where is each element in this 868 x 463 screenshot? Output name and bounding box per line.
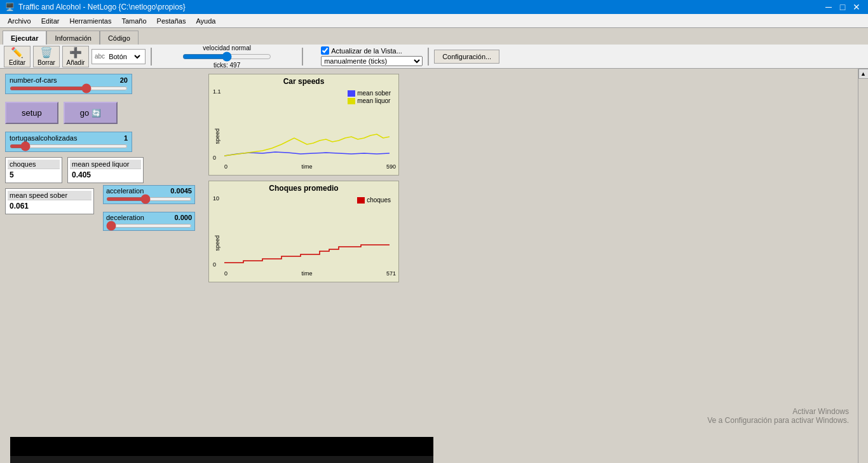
update-view-label: Actualizar de la Vista... — [331, 47, 402, 55]
choques-y-label: speed — [214, 235, 220, 251]
menu-ayuda[interactable]: Ayuda — [191, 14, 220, 27]
widget-selector[interactable]: abc Botón Slider Monitor Gráfico — [92, 49, 146, 64]
speeds-y-max: 1.1 — [213, 88, 221, 95]
monitors-row-1: choques 5 mean speed liquor 0.405 — [5, 157, 198, 183]
mean-speed-sober-monitor: mean speed sober 0.061 — [5, 188, 94, 214]
setup-button[interactable]: setup — [5, 102, 58, 124]
add-button[interactable]: ➕ Añadir — [62, 46, 89, 67]
maximize-button[interactable]: □ — [836, 1, 849, 13]
delete-label: Borrar — [37, 59, 55, 66]
ticks-display: ticks: 497 — [214, 62, 240, 69]
add-label: Añadir — [67, 59, 85, 66]
choques-x-min: 0 — [224, 270, 227, 277]
content-area: number-of-cars 20 setup go 🔄 t — [0, 69, 858, 463]
choques-y-min: 0 — [213, 261, 216, 268]
update-view-checkbox-row[interactable]: Actualizar de la Vista... — [321, 46, 423, 55]
view-options: Actualizar de la Vista... manualmente (t… — [321, 46, 423, 66]
choques-x-max: 571 — [386, 270, 396, 277]
choques-label: choques — [8, 160, 60, 169]
toolbar: ✏️ Editar 🗑️ Borrar ➕ Añadir abc Botón S… — [0, 45, 868, 69]
tab-ejecutar[interactable]: Ejecutar — [3, 31, 46, 45]
svg-rect-1 — [224, 194, 390, 264]
titlebar: 🖥️ Traffic and Alcohol - NetLogo {C:\net… — [0, 0, 868, 14]
edit-label: Editar — [9, 59, 25, 66]
main-body: number-of-cars 20 setup go 🔄 t — [0, 69, 868, 463]
acceleration-widget: acceleration 0.0045 — [103, 185, 195, 204]
edit-button[interactable]: ✏️ Editar — [4, 46, 31, 67]
menu-editar[interactable]: Editar — [36, 14, 65, 27]
world-container: 🚗 🚗 🚗 🚗 🚗 🚗 🚗 🚗 🚗 🚗 🚗 🚗 🚗 🚗 — [5, 437, 853, 463]
widget-type-select[interactable]: Botón Slider Monitor Gráfico — [106, 52, 142, 61]
app-icon: 🖥️ — [5, 3, 15, 11]
speeds-x-min: 0 — [224, 163, 227, 170]
car-speeds-body: 1.1 0 speed — [212, 87, 396, 170]
scrollbar-right: ▲ ▼ — [858, 69, 868, 463]
update-mode-select[interactable]: manualmente (ticks) continuamente nunca — [321, 56, 423, 66]
speeds-x-axis: 0 time 590 — [224, 163, 396, 170]
car-speeds-title: Car speeds — [212, 77, 396, 86]
acceleration-slider[interactable] — [106, 197, 192, 201]
tabbar: Ejecutar Información Código — [0, 28, 868, 45]
menubar: Archivo Editar Herramientas Tamaño Pesta… — [0, 14, 868, 28]
speeds-y-min: 0 — [213, 155, 216, 161]
speeds-x-label: time — [301, 163, 312, 170]
menu-archivo[interactable]: Archivo — [3, 14, 36, 27]
go-label: go — [80, 108, 89, 118]
legend-choques-label: choques — [367, 197, 391, 204]
legend-sober-label: mean sober — [357, 90, 391, 97]
choques-x-label: time — [301, 270, 312, 277]
speeds-y-label: speed — [214, 128, 220, 144]
menu-tamano[interactable]: Tamaño — [116, 14, 151, 27]
mean-speed-sober-label: mean speed sober — [8, 191, 92, 200]
choques-value: 5 — [8, 169, 60, 181]
tab-informacion[interactable]: Información — [46, 31, 99, 45]
legend-sober-color — [348, 90, 355, 97]
app-title: Traffic and Alcohol - NetLogo {C:\netlog… — [18, 3, 186, 11]
speed-control: velocidad normal ticks: 497 — [157, 45, 297, 69]
go-repeat-icon: 🔄 — [92, 109, 101, 118]
delete-button[interactable]: 🗑️ Borrar — [33, 46, 60, 67]
tortugasalcoholizadas-slider[interactable] — [10, 144, 128, 148]
right-panel: Car speeds 1.1 0 speed — [203, 69, 858, 437]
menu-pestanas[interactable]: Pestañas — [152, 14, 191, 27]
choques-svg — [224, 194, 390, 264]
number-of-cars-slider[interactable] — [10, 86, 128, 90]
go-button[interactable]: go 🔄 — [64, 102, 118, 124]
button-row: setup go 🔄 — [5, 102, 198, 124]
add-icon: ➕ — [69, 46, 82, 59]
scroll-up-button[interactable]: ▲ — [858, 69, 869, 79]
speed-slider[interactable] — [182, 52, 271, 62]
legend-choques-color — [357, 197, 365, 204]
speeds-legend: mean sober mean liquor — [348, 90, 391, 105]
toolbar-separator-1 — [151, 48, 152, 66]
number-of-cars-widget: number-of-cars 20 — [5, 74, 132, 94]
speed-label: velocidad normal — [203, 45, 251, 52]
choques-x-axis: 0 time 571 — [224, 270, 396, 277]
choques-chart: Choques promedio 10 0 speed — [208, 181, 399, 282]
delete-icon: 🗑️ — [40, 46, 53, 59]
menu-herramientas[interactable]: Herramientas — [64, 14, 116, 27]
choques-y-max: 10 — [213, 195, 219, 202]
legend-choques: choques — [357, 197, 391, 204]
mean-speed-liquor-monitor: mean speed liquor 0.405 — [67, 157, 144, 183]
legend-liquor: mean liquor — [348, 97, 391, 104]
titlebar-title: 🖥️ Traffic and Alcohol - NetLogo {C:\net… — [5, 3, 186, 11]
toolbar-separator-3 — [428, 48, 429, 66]
mean-speed-sober-value: 0.061 — [8, 200, 92, 212]
tab-codigo[interactable]: Código — [100, 31, 139, 45]
legend-liquor-color — [348, 98, 355, 104]
close-button[interactable]: ✕ — [850, 1, 863, 13]
titlebar-controls: ─ □ ✕ — [822, 1, 863, 13]
legend-liquor-label: mean liquor — [357, 97, 390, 104]
update-view-checkbox[interactable] — [321, 46, 329, 55]
widget-type-icon: abc — [95, 53, 105, 60]
left-panel: number-of-cars 20 setup go 🔄 t — [0, 69, 203, 437]
choques-monitor: choques 5 — [5, 157, 62, 183]
config-button[interactable]: Configuración... — [434, 50, 499, 64]
minimize-button[interactable]: ─ — [822, 1, 835, 13]
choques-legend: choques — [357, 197, 391, 204]
deceleration-slider[interactable] — [106, 224, 192, 228]
choques-title: Choques promedio — [212, 184, 396, 193]
speeds-x-max: 590 — [386, 163, 396, 170]
car-speeds-chart: Car speeds 1.1 0 speed — [208, 74, 399, 176]
